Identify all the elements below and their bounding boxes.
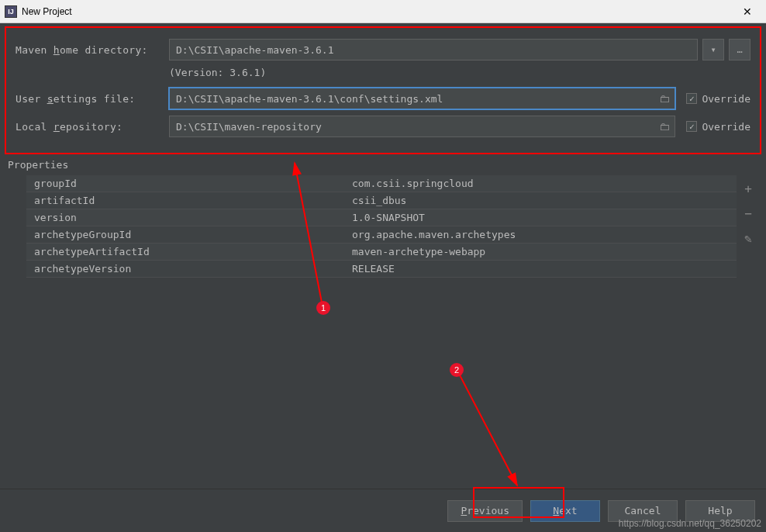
property-key: archetypeGroupId xyxy=(26,229,352,240)
local-repo-label: Local repository: xyxy=(16,121,169,133)
property-key: groupId xyxy=(26,178,352,189)
properties-heading: Properties xyxy=(8,159,760,171)
checkbox-checked-icon: ✓ xyxy=(686,93,697,104)
checkbox-checked-icon: ✓ xyxy=(686,121,697,132)
property-key: artifactId xyxy=(26,195,352,206)
property-value: csii_dbus xyxy=(352,195,737,206)
properties-table[interactable]: groupIdcom.csii.springcloudartifactIdcsi… xyxy=(26,175,737,489)
table-row[interactable]: groupIdcom.csii.springcloud xyxy=(26,175,737,192)
app-icon: IJ xyxy=(5,5,17,18)
property-value: org.apache.maven.archetypes xyxy=(352,229,737,240)
user-settings-value: D:\CSII\apache-maven-3.6.1\conf\settings… xyxy=(176,93,443,105)
user-settings-label: User settings file: xyxy=(16,93,169,105)
override-label-text: Override xyxy=(702,121,750,133)
maven-version-text: (Version: 3.6.1) xyxy=(169,67,750,78)
maven-config-panel: Maven home directory: D:\CSII\apache-mav… xyxy=(5,26,761,154)
add-property-button[interactable]: + xyxy=(740,180,757,197)
titlebar: IJ New Project ✕ xyxy=(0,0,766,23)
edit-property-button[interactable]: ✎ xyxy=(740,230,757,247)
property-value: 1.0-SNAPSHOT xyxy=(352,212,737,223)
property-key: archetypeArtifactId xyxy=(26,246,352,257)
close-icon[interactable]: ✕ xyxy=(733,2,761,21)
ellipsis-icon: … xyxy=(737,44,742,55)
property-value: maven-archetype-webapp xyxy=(352,246,737,257)
minus-icon: − xyxy=(744,206,752,221)
property-key: archetypeVersion xyxy=(26,263,352,275)
next-button[interactable]: Next xyxy=(530,500,600,522)
table-row[interactable]: artifactIdcsii_dbus xyxy=(26,192,737,209)
local-repo-override-checkbox[interactable]: ✓ Override xyxy=(686,121,750,133)
property-value: RELEASE xyxy=(352,263,737,275)
chevron-down-icon: ▾ xyxy=(710,44,716,55)
maven-home-value: D:\CSII\apache-maven-3.6.1 xyxy=(176,44,334,56)
table-row[interactable]: archetypeGroupIdorg.apache.maven.archety… xyxy=(26,226,737,244)
table-row[interactable]: version1.0-SNAPSHOT xyxy=(26,209,737,226)
maven-home-label: Maven home directory: xyxy=(16,44,169,56)
table-row[interactable]: archetypeVersionRELEASE xyxy=(26,261,737,278)
maven-home-input[interactable]: D:\CSII\apache-maven-3.6.1 xyxy=(169,39,698,60)
user-settings-input[interactable]: D:\CSII\apache-maven-3.6.1\conf\settings… xyxy=(169,88,675,109)
maven-home-dropdown-button[interactable]: ▾ xyxy=(702,39,724,60)
plus-icon: + xyxy=(744,181,752,196)
table-row[interactable]: archetypeArtifactIdmaven-archetype-webap… xyxy=(26,244,737,261)
folder-icon[interactable]: 🗀 xyxy=(659,120,670,133)
property-key: version xyxy=(26,212,352,223)
dialog-content: Maven home directory: D:\CSII\apache-mav… xyxy=(0,23,766,532)
window-title: New Project xyxy=(22,6,733,17)
local-repo-value: D:\CSII\maven-repository xyxy=(176,121,322,133)
properties-panel: Properties groupIdcom.csii.springcloudar… xyxy=(6,156,760,489)
pencil-icon: ✎ xyxy=(744,231,752,246)
previous-button[interactable]: Previous xyxy=(447,500,523,522)
watermark-text: https://blog.csdn.net/qq_36250202 xyxy=(619,518,761,529)
property-value: com.csii.springcloud xyxy=(352,178,737,189)
user-settings-override-checkbox[interactable]: ✓ Override xyxy=(686,93,750,105)
local-repo-input[interactable]: D:\CSII\maven-repository 🗀 xyxy=(169,116,675,137)
override-label-text: Override xyxy=(702,93,750,105)
folder-icon[interactable]: 🗀 xyxy=(659,92,670,105)
remove-property-button[interactable]: − xyxy=(740,205,757,222)
maven-home-browse-button[interactable]: … xyxy=(729,39,750,60)
